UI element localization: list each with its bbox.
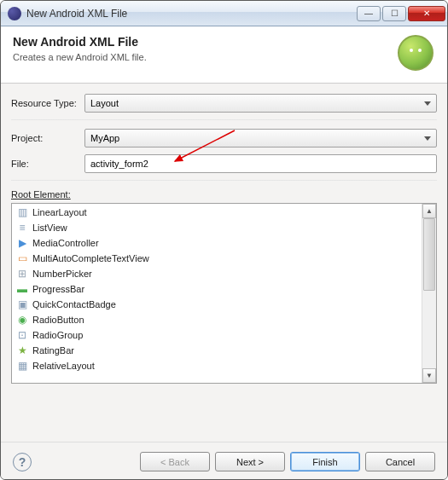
file-label: File:	[11, 159, 84, 169]
list-item[interactable]: ▥LinearLayout	[12, 205, 422, 220]
scroll-thumb[interactable]	[423, 218, 435, 291]
widget-icon: ▬	[15, 282, 29, 296]
window-titlebar: New Android XML File — ☐ ✕	[1, 1, 447, 26]
list-item-label: MultiAutoCompleteTextView	[32, 253, 149, 263]
list-item[interactable]: ▣QuickContactBadge	[12, 297, 422, 312]
list-item[interactable]: ⊡RadioGroup	[12, 327, 422, 343]
scroll-up-button[interactable]: ▲	[422, 204, 436, 218]
root-element-list[interactable]: ▥LinearLayout≡ListView▶MediaController▭M…	[11, 203, 437, 384]
file-input-wrapper	[84, 154, 437, 173]
list-item[interactable]: ◉RadioButton	[12, 312, 422, 327]
list-item-label: NumberPicker	[32, 269, 92, 279]
widget-icon: ★	[15, 344, 29, 357]
page-title: New Android XML File	[13, 35, 389, 49]
list-item-label: MediaController	[32, 238, 99, 248]
widget-icon: ≡	[15, 221, 29, 234]
list-item-label: LinearLayout	[32, 207, 87, 217]
file-input[interactable]	[89, 158, 433, 170]
widget-icon: ▦	[15, 359, 29, 373]
app-icon	[8, 7, 21, 20]
widget-icon: ▭	[15, 252, 29, 265]
list-item-label: ListView	[32, 223, 67, 233]
android-icon	[398, 35, 433, 71]
list-item-label: ProgressBar	[32, 284, 84, 294]
widget-icon: ⊞	[15, 267, 29, 280]
list-item-label: RatingBar	[32, 345, 74, 356]
resource-type-label: Resource Type:	[11, 98, 84, 108]
resource-type-value: Layout	[90, 98, 119, 108]
list-item[interactable]: ≡ListView	[12, 220, 422, 235]
wizard-footer: ? < Back Next > Finish Cancel	[1, 442, 447, 480]
wizard-body: Resource Type: Layout Project: MyApp Fil…	[1, 84, 447, 442]
project-combo[interactable]: MyApp	[84, 129, 437, 147]
root-element-label: Root Element:	[11, 189, 437, 200]
window-title: New Android XML File	[26, 8, 357, 20]
chevron-down-icon	[424, 101, 431, 106]
page-subtitle: Creates a new Android XML file.	[13, 52, 389, 62]
project-label: Project:	[11, 133, 84, 143]
finish-button[interactable]: Finish	[290, 452, 360, 471]
maximize-button[interactable]: ☐	[382, 6, 406, 21]
next-button[interactable]: Next >	[215, 452, 285, 471]
help-button[interactable]: ?	[13, 453, 32, 471]
chevron-down-icon	[424, 136, 431, 141]
list-item-label: QuickContactBadge	[32, 299, 116, 309]
list-item[interactable]: ⊞NumberPicker	[12, 266, 422, 281]
widget-icon: ⊡	[15, 328, 29, 342]
resource-type-combo[interactable]: Layout	[84, 94, 437, 113]
scrollbar[interactable]: ▲ ▼	[422, 204, 436, 383]
list-item[interactable]: ★RatingBar	[12, 343, 422, 358]
scroll-down-button[interactable]: ▼	[422, 368, 436, 383]
wizard-header: New Android XML File Creates a new Andro…	[1, 26, 447, 84]
list-item-label: RadioGroup	[32, 330, 83, 340]
widget-icon: ▥	[15, 205, 29, 219]
close-button[interactable]: ✕	[408, 6, 445, 21]
cancel-button[interactable]: Cancel	[365, 452, 435, 471]
widget-icon: ▶	[15, 236, 29, 250]
widget-icon: ◉	[15, 313, 29, 327]
minimize-button[interactable]: —	[357, 6, 381, 21]
widget-icon: ▣	[15, 298, 29, 311]
list-item[interactable]: ▬ProgressBar	[12, 281, 422, 297]
list-item-label: RelativeLayout	[32, 361, 95, 371]
list-item-label: RadioButton	[32, 315, 84, 325]
back-button[interactable]: < Back	[140, 452, 210, 471]
list-item[interactable]: ▦RelativeLayout	[12, 358, 422, 373]
list-item[interactable]: ▭MultiAutoCompleteTextView	[12, 251, 422, 266]
project-value: MyApp	[90, 133, 119, 143]
list-item[interactable]: ▶MediaController	[12, 235, 422, 251]
